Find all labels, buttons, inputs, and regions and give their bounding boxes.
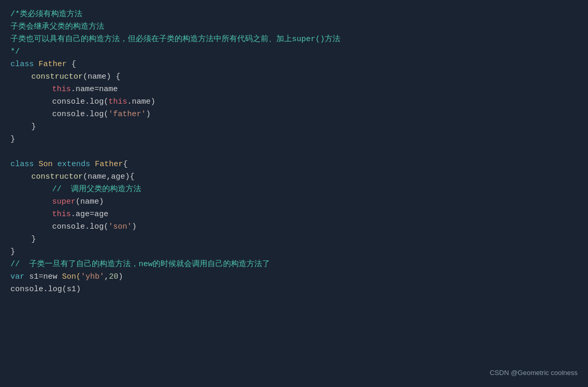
code-token: 20 xyxy=(109,271,118,283)
code-line: console.log('father') xyxy=(10,108,578,121)
code-line: // 调用父类的构造方法 xyxy=(10,183,578,196)
code-token: .name) xyxy=(127,96,155,108)
code-line: this.name=name xyxy=(10,83,578,96)
code-line: console.log(this.name) xyxy=(10,96,578,108)
code-token: class xyxy=(10,158,39,171)
code-token: // 子类一旦有了自己的构造方法，new的时候就会调用自己的构造方法了 xyxy=(10,258,270,271)
code-token: ) xyxy=(146,108,151,121)
code-token: } xyxy=(31,233,36,246)
code-token: constructor xyxy=(31,171,83,183)
code-line: // 子类一旦有了自己的构造方法，new的时候就会调用自己的构造方法了 xyxy=(10,258,578,271)
code-line: constructor(name) { xyxy=(10,71,578,83)
code-token: } xyxy=(10,246,15,258)
code-token: .age=age xyxy=(71,208,108,221)
code-token: ) xyxy=(132,221,137,233)
code-token: (name,age){ xyxy=(83,171,134,183)
code-token: 子类会继承父类的构造方法 xyxy=(10,21,104,33)
code-line: } xyxy=(10,121,578,133)
code-line: } xyxy=(10,133,578,146)
code-line: /*类必须有构造方法 xyxy=(10,8,578,21)
code-token: class xyxy=(10,58,39,71)
watermark: CSDN @Geometric coolness xyxy=(489,368,578,379)
code-token: */ xyxy=(10,46,20,58)
code-token: Father xyxy=(39,58,71,71)
code-token: } xyxy=(10,133,15,146)
code-line: */ xyxy=(10,46,578,58)
code-block: /*类必须有构造方法子类会继承父类的构造方法子类也可以具有自己的构造方法，但必须… xyxy=(10,8,578,296)
code-token: 'father' xyxy=(108,108,146,121)
code-token: extends xyxy=(57,158,95,171)
code-container: /*类必须有构造方法子类会继承父类的构造方法子类也可以具有自己的构造方法，但必须… xyxy=(0,0,588,387)
code-token: Son( xyxy=(62,271,81,283)
code-token: // 调用父类的构造方法 xyxy=(52,183,141,196)
code-token: .log( xyxy=(85,96,108,108)
code-line: constructor(name,age){ xyxy=(10,171,578,183)
code-token: } xyxy=(31,121,36,133)
code-line: console.log(s1) xyxy=(10,283,578,296)
code-token: Father xyxy=(95,158,123,171)
code-token: (name) xyxy=(76,196,104,208)
code-token: this xyxy=(108,96,127,108)
code-token: console xyxy=(10,283,43,296)
code-line: class Father { xyxy=(10,58,578,71)
code-token: .log(s1) xyxy=(43,283,81,296)
code-token: this xyxy=(52,83,71,96)
code-token: , xyxy=(104,271,109,283)
code-token: .log( xyxy=(85,108,108,121)
code-line: console.log('son') xyxy=(10,221,578,233)
code-token: /*类必须有构造方法 xyxy=(10,8,82,21)
code-token: 'yhb' xyxy=(81,271,104,283)
code-token: (name) { xyxy=(83,71,120,83)
code-token: Son xyxy=(39,158,57,171)
code-line: super(name) xyxy=(10,196,578,208)
code-token: 'son' xyxy=(108,221,132,233)
code-token: ) xyxy=(118,271,123,283)
code-token: s1=new xyxy=(29,271,62,283)
code-token: var xyxy=(10,271,29,283)
code-token: .log( xyxy=(85,221,108,233)
code-token: console xyxy=(52,221,85,233)
code-token: constructor xyxy=(31,71,83,83)
code-line: 子类会继承父类的构造方法 xyxy=(10,21,578,33)
code-token: console xyxy=(52,108,85,121)
code-line: } xyxy=(10,246,578,258)
code-token: 子类也可以具有自己的构造方法，但必须在子类的构造方法中所有代码之前、加上supe… xyxy=(10,33,340,46)
code-token: console xyxy=(52,96,85,108)
code-token: super xyxy=(52,196,76,208)
code-line: } xyxy=(10,233,578,246)
code-token: .name=name xyxy=(71,83,118,96)
code-line: this.age=age xyxy=(10,208,578,221)
code-line: var s1=new Son('yhb',20) xyxy=(10,271,578,283)
code-line: 子类也可以具有自己的构造方法，但必须在子类的构造方法中所有代码之前、加上supe… xyxy=(10,33,578,46)
code-line xyxy=(10,146,578,158)
code-token: this xyxy=(52,208,71,221)
code-token: { xyxy=(123,158,128,171)
code-token: { xyxy=(71,58,76,71)
code-line: class Son extends Father{ xyxy=(10,158,578,171)
